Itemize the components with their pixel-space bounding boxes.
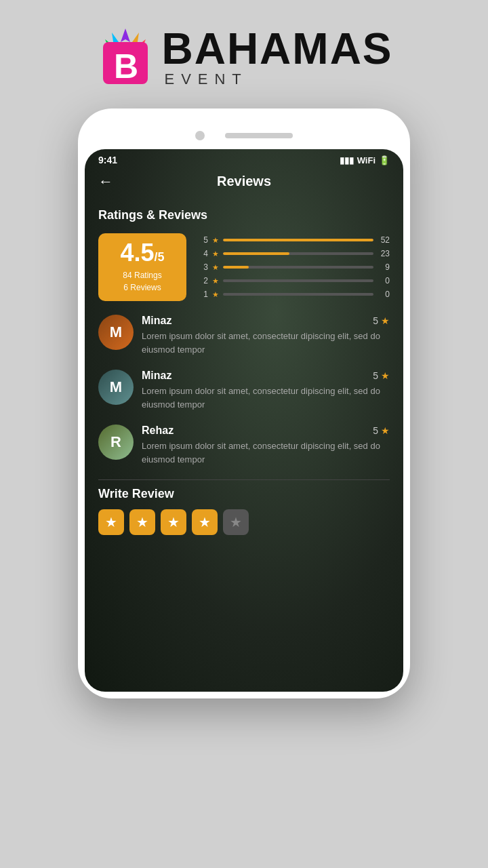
bar-fill [223, 252, 289, 255]
bar-label: 3 [200, 262, 208, 272]
rating-score-box: 4.5 /5 84 Ratings 6 Reviews [98, 233, 186, 301]
bar-star-icon: ★ [212, 250, 219, 258]
review-content: Rehaz 5 ★ Lorem ipsum dolor sit amet, co… [142, 425, 390, 466]
phone-camera [195, 131, 205, 140]
status-bar: 9:41 ▮▮▮ WiFi 🔋 [85, 149, 403, 170]
review-rating-value: 5 [373, 370, 378, 381]
rating-counts: 84 Ratings 6 Reviews [123, 269, 161, 294]
bar-star-icon: ★ [212, 290, 219, 299]
bar-star-icon: ★ [212, 236, 219, 245]
page-title: Reviews [217, 174, 271, 189]
bar-count: 0 [378, 276, 390, 285]
review-rating: 5 ★ [373, 370, 390, 381]
logo-icon: B [95, 27, 156, 88]
review-item: M Minaz 5 ★ Lorem ipsum dolor sit amet, … [98, 315, 390, 356]
reviews-list: M Minaz 5 ★ Lorem ipsum dolor sit amet, … [98, 315, 390, 466]
review-star-icon: ★ [381, 315, 390, 326]
bar-fill [223, 266, 249, 269]
rating-bar-row: 2 ★ 0 [200, 276, 390, 285]
review-content: Minaz 5 ★ Lorem ipsum dolor sit amet, co… [142, 370, 390, 411]
bar-star-icon: ★ [212, 277, 219, 285]
review-text: Lorem ipsum dolor sit amet, consectetur … [142, 330, 390, 356]
logo-section: B BAHAMAS EVENT [95, 0, 392, 108]
reviewer-avatar: R [98, 425, 134, 460]
ratings-block: 4.5 /5 84 Ratings 6 Reviews 5 ★ 52 4 [98, 233, 390, 301]
bar-track [223, 279, 373, 282]
logo-sub-text: EVENT [164, 71, 247, 88]
logo-container: B BAHAMAS EVENT [95, 27, 392, 88]
score-outof: /5 [155, 250, 165, 264]
star-input-button[interactable]: ★ [192, 509, 218, 535]
phone-mockup: 9:41 ▮▮▮ WiFi 🔋 ← Reviews Ratings & Revi… [78, 108, 410, 698]
review-text: Lorem ipsum dolor sit amet, consectetur … [142, 384, 390, 411]
review-header: Minaz 5 ★ [142, 315, 390, 327]
status-icons: ▮▮▮ WiFi 🔋 [340, 155, 390, 165]
bar-label: 5 [200, 235, 208, 245]
reviewer-avatar: M [98, 315, 134, 350]
review-star-icon: ★ [381, 370, 390, 381]
ratings-section-title: Ratings & Reviews [98, 208, 390, 222]
bar-count: 0 [378, 290, 390, 299]
star-input-button[interactable]: ★ [161, 509, 186, 535]
bar-count: 23 [378, 249, 390, 258]
review-item: R Rehaz 5 ★ Lorem ipsum dolor sit amet, … [98, 425, 390, 466]
logo-text: BAHAMAS EVENT [161, 27, 392, 88]
avatar-placeholder: R [98, 425, 134, 460]
review-star-icon: ★ [381, 425, 390, 436]
review-rating: 5 ★ [373, 315, 390, 326]
avatar-placeholder: M [98, 315, 134, 350]
review-item: M Minaz 5 ★ Lorem ipsum dolor sit amet, … [98, 370, 390, 411]
reviewer-avatar: M [98, 370, 134, 405]
phone-speaker [225, 133, 293, 138]
bar-label: 2 [200, 276, 208, 285]
bar-track [223, 239, 373, 241]
rating-bars: 5 ★ 52 4 ★ 23 3 ★ 9 2 ★ 0 [200, 233, 390, 301]
score-value: 4.5 [120, 241, 154, 265]
write-review-title: Write Review [98, 487, 390, 501]
bar-count: 52 [378, 235, 390, 245]
star-input-button[interactable]: ★ [98, 509, 124, 535]
rating-bar-row: 5 ★ 52 [200, 235, 390, 245]
review-header: Minaz 5 ★ [142, 370, 390, 382]
review-content: Minaz 5 ★ Lorem ipsum dolor sit amet, co… [142, 315, 390, 356]
star-input-button[interactable]: ★ [129, 509, 155, 535]
rating-bar-row: 1 ★ 0 [200, 290, 390, 299]
total-reviews: 6 Reviews [123, 281, 161, 294]
back-button[interactable]: ← [98, 173, 113, 191]
wifi-icon: WiFi [357, 155, 375, 165]
bar-track [223, 293, 373, 296]
bar-star-icon: ★ [212, 263, 219, 272]
app-header: ← Reviews [85, 170, 403, 199]
star-input-button[interactable]: ★ [223, 509, 249, 535]
reviewer-name: Rehaz [142, 425, 174, 437]
bar-fill [223, 239, 373, 241]
score-display: 4.5 /5 [120, 241, 164, 265]
bar-track [223, 266, 373, 269]
review-rating-value: 5 [373, 425, 378, 436]
logo-brand-name: BAHAMAS [161, 27, 392, 71]
reviewer-name: Minaz [142, 315, 171, 327]
rating-bar-row: 4 ★ 23 [200, 249, 390, 258]
battery-icon: 🔋 [379, 155, 390, 165]
rating-bar-row: 3 ★ 9 [200, 262, 390, 272]
svg-marker-0 [121, 28, 130, 42]
content-area: Ratings & Reviews 4.5 /5 84 Ratings 6 Re… [85, 199, 403, 545]
bar-label: 1 [200, 290, 208, 299]
total-ratings: 84 Ratings [123, 269, 161, 281]
review-text: Lorem ipsum dolor sit amet, consectetur … [142, 439, 390, 466]
avatar-placeholder: M [98, 370, 134, 405]
write-review-section: Write Review ★★★★★ [98, 479, 390, 535]
bar-label: 4 [200, 249, 208, 258]
signal-icon: ▮▮▮ [340, 155, 354, 165]
review-rating: 5 ★ [373, 425, 390, 436]
bar-track [223, 252, 373, 255]
review-rating-value: 5 [373, 315, 378, 326]
bar-count: 9 [378, 262, 390, 272]
phone-screen: 9:41 ▮▮▮ WiFi 🔋 ← Reviews Ratings & Revi… [85, 149, 403, 692]
status-time: 9:41 [98, 155, 117, 165]
review-header: Rehaz 5 ★ [142, 425, 390, 437]
reviewer-name: Minaz [142, 370, 171, 382]
svg-text:B: B [114, 47, 138, 85]
star-rating-input[interactable]: ★★★★★ [98, 509, 390, 535]
phone-top-bar [85, 122, 403, 149]
